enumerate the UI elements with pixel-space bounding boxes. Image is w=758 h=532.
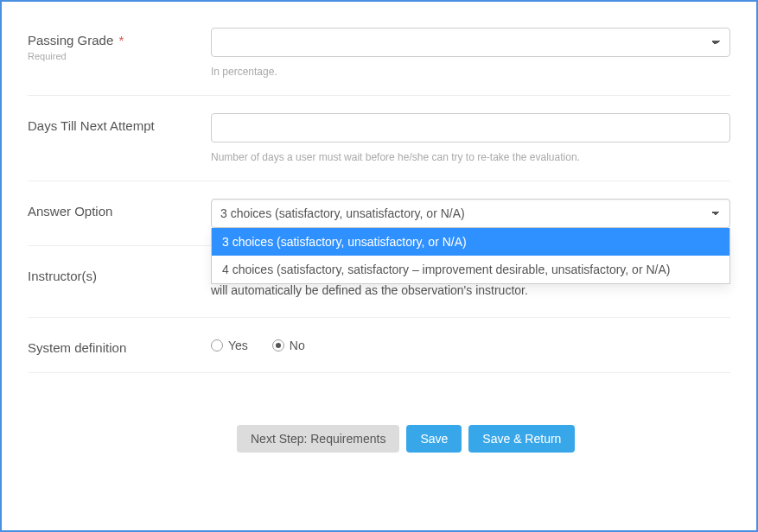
passing-grade-label: Passing Grade * xyxy=(28,33,211,48)
sysdef-radio-group: Yes No xyxy=(211,335,730,352)
radio-icon xyxy=(211,339,223,352)
answer-option-item-1[interactable]: 4 choices (satisfactory, satisfactory – … xyxy=(212,256,729,283)
sysdef-no-label: No xyxy=(290,339,305,352)
answer-option-select[interactable]: 3 choices (satisfactory, unsatisfactory,… xyxy=(211,199,730,228)
radio-icon xyxy=(272,339,284,352)
save-button[interactable]: Save xyxy=(406,425,462,453)
field-col-sysdef: Yes No xyxy=(211,335,730,352)
label-col-sysdef: System definition xyxy=(28,335,211,355)
passing-grade-required-text: Required xyxy=(28,51,211,61)
label-col-passing-grade: Passing Grade * Required xyxy=(28,28,211,61)
label-col-instructors: Instructor(s) xyxy=(28,263,211,283)
field-col-answer: 3 choices (satisfactory, unsatisfactory,… xyxy=(211,199,730,228)
days-input[interactable] xyxy=(211,113,730,142)
field-col-passing-grade: In percentage. xyxy=(211,28,730,78)
label-col-answer: Answer Option xyxy=(28,199,211,218)
form-frame: Passing Grade * Required In percentage. … xyxy=(0,0,758,532)
next-step-button[interactable]: Next Step: Requirements xyxy=(237,425,399,453)
label-col-days: Days Till Next Attempt xyxy=(28,113,211,133)
sysdef-radio-no[interactable]: No xyxy=(272,339,305,352)
passing-grade-select[interactable] xyxy=(211,28,730,57)
sysdef-yes-label: Yes xyxy=(228,339,248,352)
field-col-days: Number of days a user must wait before h… xyxy=(211,113,730,163)
row-passing-grade: Passing Grade * Required In percentage. xyxy=(28,28,730,96)
answer-option-item-0[interactable]: 3 choices (satisfactory, unsatisfactory,… xyxy=(212,228,729,256)
sysdef-radio-yes[interactable]: Yes xyxy=(211,339,248,352)
sysdef-label: System definition xyxy=(28,340,211,355)
answer-label: Answer Option xyxy=(28,204,211,218)
answer-option-dropdown: 3 choices (satisfactory, unsatisfactory,… xyxy=(211,228,730,284)
required-star: * xyxy=(118,33,124,48)
row-days-till-next: Days Till Next Attempt Number of days a … xyxy=(28,113,730,181)
days-label: Days Till Next Attempt xyxy=(28,118,211,133)
instructors-label: Instructor(s) xyxy=(28,269,211,283)
form-content: Passing Grade * Required In percentage. … xyxy=(2,2,756,453)
footer-buttons: Next Step: Requirements Save Save & Retu… xyxy=(28,390,730,453)
save-return-button[interactable]: Save & Return xyxy=(468,425,575,453)
row-system-definition: System definition Yes No xyxy=(28,335,730,373)
passing-grade-help: In percentage. xyxy=(211,66,730,78)
passing-grade-label-text: Passing Grade xyxy=(28,33,113,48)
days-help: Number of days a user must wait before h… xyxy=(211,151,730,163)
row-answer-option: Answer Option 3 choices (satisfactory, u… xyxy=(28,199,730,246)
